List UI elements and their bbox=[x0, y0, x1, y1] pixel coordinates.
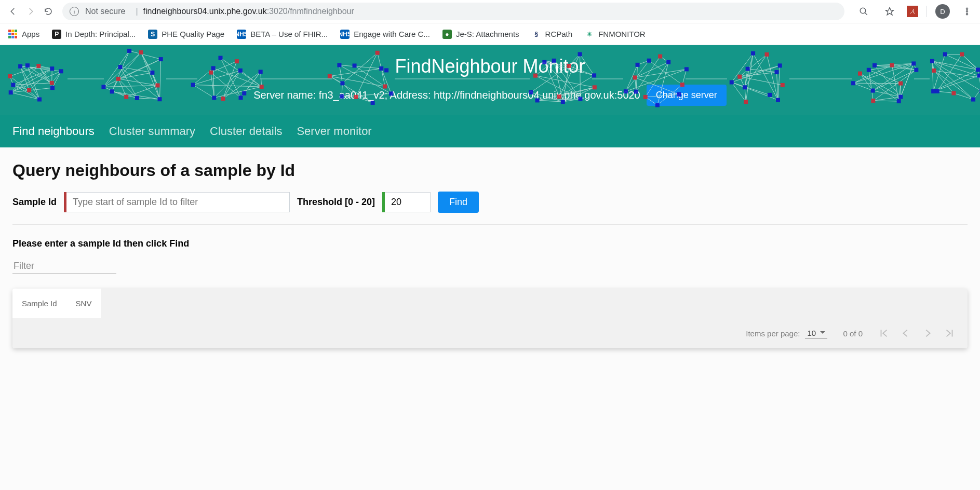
nav-tab[interactable]: Find neighbours bbox=[12, 125, 95, 138]
chrome-menu-icon[interactable] bbox=[958, 3, 976, 20]
bookmark-label: FNMONITOR bbox=[598, 30, 646, 38]
bookmark-icon: NHS bbox=[237, 30, 246, 39]
bookmark-icon: § bbox=[532, 30, 541, 39]
filter-input[interactable] bbox=[12, 258, 116, 274]
bookmark-label: PHE Quality Page bbox=[162, 30, 224, 38]
threshold-label: Threshold [0 - 20] bbox=[297, 197, 375, 208]
bookmark-label: BETA – Use of FHIR... bbox=[250, 30, 328, 38]
page-content: Query neighbours of a sample by Id Sampl… bbox=[0, 147, 980, 490]
server-info: Server name: fn3_aa041_v2; Address: http… bbox=[253, 89, 640, 101]
bookmark-star-icon[interactable] bbox=[881, 3, 898, 20]
svg-point-0 bbox=[860, 8, 866, 13]
app-header: FindNeighbour Monitor Server name: fn3_a… bbox=[0, 45, 980, 115]
forward-button[interactable] bbox=[22, 3, 39, 20]
next-page-icon[interactable] bbox=[922, 328, 933, 339]
zoom-icon[interactable] bbox=[855, 3, 872, 20]
bookmark-item[interactable]: SPHE Quality Page bbox=[145, 28, 227, 41]
bookmark-icon: S bbox=[148, 30, 157, 39]
bookmark-label: Apps bbox=[22, 30, 39, 38]
svg-point-5 bbox=[966, 13, 968, 15]
sample-id-field bbox=[64, 192, 290, 212]
results-card: Sample Id SNV Items per page: 10 0 of 0 bbox=[12, 289, 968, 348]
nav-tabs: Find neighboursCluster summaryCluster de… bbox=[0, 115, 980, 147]
svg-point-3 bbox=[966, 8, 968, 9]
last-page-icon[interactable] bbox=[944, 328, 955, 339]
col-snv[interactable]: SNV bbox=[76, 299, 92, 308]
prompt-message: Please enter a sample Id then click Find bbox=[12, 238, 968, 249]
bookmark-item[interactable]: NHSBETA – Use of FHIR... bbox=[234, 28, 331, 41]
sample-id-label: Sample Id bbox=[12, 197, 57, 208]
bookmark-item[interactable]: NHSEngage with Care C... bbox=[337, 28, 433, 41]
url-path: /fnmfindneighbour bbox=[288, 7, 354, 16]
bookmark-icon: P bbox=[52, 30, 61, 39]
change-server-button[interactable]: Change server bbox=[647, 85, 727, 106]
bookmark-icon: NHS bbox=[340, 30, 350, 39]
page-heading: Query neighbours of a sample by Id bbox=[12, 161, 968, 180]
url-host: findneighbours04.unix.phe.gov.uk bbox=[143, 7, 267, 16]
security-status: Not secure bbox=[85, 7, 125, 16]
query-form: Sample Id Threshold [0 - 20] Find bbox=[12, 192, 968, 225]
sample-id-input[interactable] bbox=[66, 192, 290, 212]
bookmark-item[interactable]: PIn Depth: Principal... bbox=[49, 28, 139, 41]
threshold-field bbox=[382, 192, 431, 212]
address-bar[interactable]: i Not secure | findneighbours04.unix.phe… bbox=[62, 3, 844, 20]
svg-point-4 bbox=[966, 11, 968, 12]
site-info-icon[interactable]: i bbox=[70, 7, 79, 16]
bookmark-icon: ● bbox=[442, 30, 452, 39]
first-page-icon[interactable] bbox=[878, 328, 890, 339]
bookmark-item[interactable]: ✳FNMONITOR bbox=[582, 28, 649, 41]
items-per-page-label: Items per page: bbox=[746, 329, 800, 338]
bookmark-item[interactable]: §RCPath bbox=[529, 28, 576, 41]
find-button[interactable]: Find bbox=[438, 192, 479, 213]
nav-tab[interactable]: Cluster summary bbox=[109, 125, 195, 138]
browser-toolbar: i Not secure | findneighbours04.unix.phe… bbox=[0, 0, 980, 23]
col-sample-id[interactable]: Sample Id bbox=[22, 299, 57, 308]
items-per-page-select[interactable]: 10 bbox=[805, 328, 827, 339]
bookmark-label: RCPath bbox=[545, 30, 573, 38]
threshold-input[interactable] bbox=[385, 192, 431, 212]
svg-line-1 bbox=[865, 12, 867, 15]
nav-tab[interactable]: Cluster details bbox=[210, 125, 282, 138]
bookmark-icon: ✳ bbox=[585, 30, 594, 39]
bookmarks-bar: AppsPIn Depth: Principal...SPHE Quality … bbox=[0, 23, 980, 45]
pdf-extension-icon[interactable]: 人 bbox=[907, 6, 918, 17]
bookmark-label: Je-S: Attachments bbox=[456, 30, 519, 38]
page-range: 0 of 0 bbox=[843, 329, 863, 338]
bookmark-label: Engage with Care C... bbox=[354, 30, 430, 38]
prev-page-icon[interactable] bbox=[900, 328, 911, 339]
apps-icon bbox=[8, 30, 18, 39]
paginator: Items per page: 10 0 of 0 bbox=[12, 318, 968, 348]
bookmark-item[interactable]: Apps bbox=[5, 28, 43, 41]
reload-button[interactable] bbox=[39, 3, 57, 20]
app-title: FindNeighbour Monitor bbox=[0, 56, 980, 77]
bookmark-item[interactable]: ●Je-S: Attachments bbox=[439, 28, 522, 41]
results-header: Sample Id SNV bbox=[12, 289, 101, 318]
back-button[interactable] bbox=[4, 3, 22, 20]
svg-marker-2 bbox=[886, 8, 894, 15]
url-port: :3020 bbox=[267, 7, 288, 16]
profile-avatar[interactable]: D bbox=[935, 4, 950, 19]
bookmark-label: In Depth: Principal... bbox=[65, 30, 136, 38]
nav-tab[interactable]: Server monitor bbox=[297, 125, 371, 138]
